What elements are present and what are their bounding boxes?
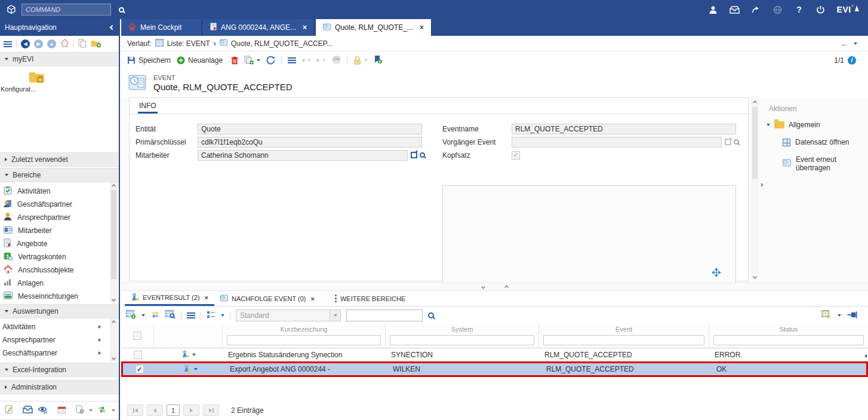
filter-event-input[interactable] <box>543 335 704 345</box>
sidebar-item-ansprechpartner[interactable]: Ansprechpartner <box>0 211 119 224</box>
grid-search-input[interactable] <box>346 309 423 321</box>
info-icon[interactable]: i <box>848 56 856 65</box>
home-icon[interactable] <box>60 39 69 49</box>
filter-preset-select[interactable]: Standard <box>236 309 330 321</box>
filter-preset-dropdown-icon[interactable] <box>330 309 341 321</box>
tab-weitere-bereiche[interactable]: WEITERE BEREICHE <box>329 291 411 306</box>
nav-forward-icon[interactable]: ▶ <box>34 39 43 48</box>
pin-icon[interactable] <box>847 311 857 320</box>
bookmark-add-icon[interactable] <box>374 55 382 66</box>
user-icon[interactable] <box>708 4 719 15</box>
sidebar-item-angebote[interactable]: Angebote <box>0 237 119 250</box>
nav-up-icon[interactable]: ▲ <box>47 39 56 48</box>
vorgaenger-event-field[interactable] <box>512 137 722 148</box>
copy-record-button[interactable] <box>244 56 260 65</box>
mitarbeiter-field[interactable] <box>198 150 408 161</box>
kopfsatz-checkbox[interactable]: ✓ <box>512 151 520 160</box>
scroll-hint-icon[interactable] <box>864 351 867 360</box>
filter-status-input[interactable] <box>713 335 864 345</box>
table-row-selected[interactable]: ✓ Export Angebot ANG 0000244 - WILKEN RL… <box>121 361 868 377</box>
form-scrollbar[interactable] <box>751 99 759 280</box>
panel-expander-icon[interactable]: › <box>761 180 763 189</box>
open-record-icon[interactable] <box>411 152 417 158</box>
auswertung-ansprechpartner[interactable]: Ansprechpartner <box>0 333 119 347</box>
tab-quote-rlm-quote[interactable]: Quote, RLM_QUOTE_... × <box>316 19 432 36</box>
grid-menu-icon[interactable] <box>187 312 195 314</box>
row-actions-dropdown-icon[interactable] <box>194 368 198 370</box>
history-dropdown-icon[interactable] <box>854 42 857 45</box>
tab-nachfolge-event[interactable]: NACHFOLGE EVENT (0) × <box>214 291 321 306</box>
help-icon[interactable]: ? <box>794 4 805 15</box>
power-icon[interactable] <box>815 4 826 15</box>
auswertungen-scrollbar[interactable] <box>110 318 118 361</box>
select-all-checkbox[interactable] <box>133 332 141 340</box>
row-actions-dropdown-icon[interactable] <box>192 354 196 356</box>
grid-search-icon[interactable] <box>165 310 176 321</box>
select-columns-icon[interactable] <box>821 310 832 321</box>
copy-dropdown-icon[interactable] <box>257 59 260 62</box>
panel-splitter[interactable] <box>121 283 868 291</box>
section-bereiche[interactable]: Bereiche <box>0 168 119 182</box>
add-row-icon[interactable] <box>126 310 136 321</box>
lookup-icon[interactable] <box>420 152 425 158</box>
section-zuletzt-verwendet[interactable]: Zuletzt verwendet <box>0 152 119 167</box>
sidebar-item-messeinrichtungen[interactable]: Messeinrichtungen <box>0 290 119 303</box>
entitaet-field[interactable] <box>198 124 422 134</box>
auswertung-aktivitaeten[interactable]: Aktivitäten <box>0 320 119 333</box>
konfig-label[interactable]: Konfigurat... <box>1 85 36 93</box>
action-event-erneut-uebertragen[interactable]: Event erneut übertragen <box>783 155 868 172</box>
sidebar-item-vertragskonten[interactable]: $ Vertragskonten <box>0 250 119 263</box>
detail-text-box[interactable] <box>442 185 736 283</box>
sidebar-item-geschaeftspartner[interactable]: Geschäftspartner <box>0 198 119 211</box>
actions-group-allgemein[interactable]: Allgemein <box>767 121 820 129</box>
sync-icon[interactable] <box>97 406 107 415</box>
swap-icon[interactable] <box>150 311 160 320</box>
action-datensatz-oeffnen[interactable]: Datensatz öffnen <box>783 138 849 146</box>
watchlist-eye-icon[interactable] <box>38 406 48 416</box>
close-tab-icon[interactable]: × <box>420 23 424 32</box>
history-back-icon[interactable]: ← <box>841 39 849 48</box>
sidebar-item-mitarbeiter[interactable]: Mitarbeiter <box>0 224 119 237</box>
row-checkbox[interactable]: ✓ <box>136 365 144 373</box>
section-auswertungen[interactable]: Auswertungen <box>0 304 119 318</box>
collapse-up-icon[interactable] <box>504 284 508 289</box>
tab-eventresult[interactable]: EVENTRESULT (2) × <box>125 291 214 306</box>
add-row-dropdown-icon[interactable] <box>141 314 145 317</box>
column-header-kurzbezeichung[interactable]: Kurzbezeichung <box>223 326 385 335</box>
view-options-dropdown-icon[interactable] <box>221 314 224 317</box>
save-button[interactable]: Speichern <box>127 56 171 65</box>
section-myevi[interactable]: myEVI <box>0 52 119 66</box>
filter-system-input[interactable] <box>390 335 534 345</box>
command-input[interactable] <box>21 4 111 16</box>
new-folder-icon[interactable] <box>91 39 101 50</box>
breadcrumb-list-link[interactable]: Liste: EVENT <box>167 39 210 48</box>
collapse-down-icon[interactable] <box>481 284 485 289</box>
calendar-icon[interactable] <box>57 406 66 416</box>
close-tab-icon[interactable]: × <box>303 23 307 32</box>
konfig-folder-icon[interactable] <box>29 70 45 86</box>
filter-kurzbezeichung-input[interactable] <box>227 335 381 345</box>
list-view-icon[interactable] <box>288 57 296 59</box>
refresh-button[interactable] <box>266 56 275 65</box>
move-icon[interactable] <box>712 268 721 279</box>
primaerschluessel-field[interactable] <box>198 137 422 148</box>
notes-icon[interactable] <box>5 405 13 416</box>
command-search-icon[interactable] <box>116 4 127 15</box>
report-settings-icon[interactable] <box>76 405 84 416</box>
dropdown-icon[interactable] <box>89 409 93 412</box>
tab-mein-cockpit[interactable]: Mein Cockpit <box>121 19 202 36</box>
redo-icon[interactable] <box>751 4 762 15</box>
new-record-button[interactable]: Neuanlage <box>177 56 223 65</box>
grid-search-go-icon[interactable] <box>428 312 434 318</box>
bereiche-scrollbar[interactable] <box>110 182 118 303</box>
sidebar-item-anschlussobjekte[interactable]: Anschlussobjekte <box>0 263 119 277</box>
dropdown-icon[interactable] <box>112 409 115 412</box>
section-excel-integration[interactable]: Excel-Integration <box>0 363 119 377</box>
collapse-sidebar-icon[interactable] <box>110 25 115 30</box>
column-header-status[interactable]: Status <box>709 326 868 335</box>
table-row[interactable]: Ergebnis Statusänderung Synection SYNECT… <box>121 348 868 361</box>
delete-button[interactable] <box>231 56 238 65</box>
column-header-event[interactable]: Event <box>539 326 709 335</box>
auswertung-geschaeftspartner[interactable]: Geschäftspartner <box>0 347 119 360</box>
sidebar-item-aktivitaeten[interactable]: Aktivitäten <box>0 185 119 198</box>
